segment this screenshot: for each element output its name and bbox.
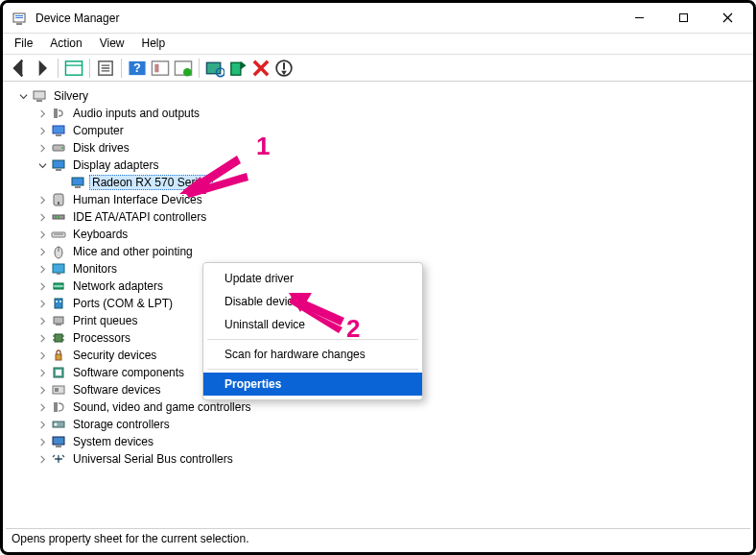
- tree-category[interactable]: Computer: [35, 122, 753, 139]
- context-menu-item[interactable]: Scan for hardware changes: [203, 343, 422, 366]
- tree-category-label: Software components: [70, 365, 187, 380]
- tree-category-label: Security devices: [70, 348, 159, 363]
- tree-category[interactable]: Mice and other pointing: [35, 243, 753, 260]
- menu-action[interactable]: Action: [48, 35, 83, 52]
- tree-root[interactable]: Silvery: [16, 87, 753, 105]
- svg-point-33: [61, 147, 63, 149]
- chevron-right-icon[interactable]: [35, 279, 49, 293]
- tree-category-label: Network adapters: [70, 278, 166, 294]
- context-menu-item[interactable]: Uninstall device: [203, 313, 422, 336]
- computer-icon: [32, 88, 47, 104]
- chevron-right-icon[interactable]: [35, 349, 49, 362]
- chevron-right-icon[interactable]: [35, 245, 49, 258]
- svg-rect-29: [54, 109, 58, 118]
- chevron-down-icon[interactable]: [35, 158, 49, 172]
- device-category-icon: [51, 434, 66, 449]
- properties-toolbar-button[interactable]: [95, 58, 116, 79]
- chevron-down-icon[interactable]: [16, 89, 30, 103]
- tree-category[interactable]: Disk drives: [35, 139, 753, 157]
- tree-category[interactable]: Audio inputs and outputs: [35, 105, 753, 122]
- svg-rect-34: [53, 160, 64, 168]
- titlebar: Device Manager: [3, 3, 753, 34]
- chevron-right-icon[interactable]: [35, 314, 49, 327]
- svg-rect-36: [72, 178, 83, 185]
- disable-button[interactable]: [273, 58, 295, 79]
- svg-rect-17: [154, 63, 158, 72]
- menu-file[interactable]: File: [12, 35, 35, 52]
- device-category-icon: [51, 348, 66, 363]
- chevron-right-icon[interactable]: [35, 262, 49, 276]
- device-category-icon: [51, 123, 66, 138]
- help-toolbar-button[interactable]: ?: [127, 58, 148, 79]
- chevron-right-icon[interactable]: [35, 141, 49, 155]
- device-category-icon: [51, 399, 66, 415]
- uninstall-button[interactable]: [250, 58, 272, 79]
- chevron-right-icon[interactable]: [35, 193, 49, 206]
- tree-category[interactable]: Sound, video and game controllers: [35, 398, 753, 416]
- minimize-button[interactable]: [617, 4, 661, 33]
- chevron-right-icon[interactable]: [35, 210, 49, 224]
- tree-category-label: Keyboards: [70, 227, 130, 242]
- device-category-icon: [51, 382, 66, 398]
- toolbar-icon-6[interactable]: [173, 58, 194, 79]
- maximize-button[interactable]: [661, 4, 705, 33]
- chevron-right-icon[interactable]: [35, 418, 49, 431]
- svg-point-41: [55, 216, 57, 218]
- tree-category[interactable]: Display adapters: [35, 157, 753, 174]
- svg-point-53: [59, 301, 61, 302]
- forward-button[interactable]: [32, 58, 53, 79]
- show-hide-console-button[interactable]: [63, 58, 84, 79]
- chevron-right-icon[interactable]: [35, 228, 49, 241]
- device-category-icon: [51, 140, 66, 156]
- svg-rect-37: [75, 186, 81, 188]
- tree-category[interactable]: Universal Serial Bus controllers: [35, 450, 753, 468]
- tree-category[interactable]: IDE ATA/ATAPI controllers: [35, 208, 753, 226]
- chevron-right-icon[interactable]: [35, 400, 49, 414]
- back-button[interactable]: [9, 58, 30, 79]
- svg-marker-26: [281, 70, 287, 74]
- tree-category[interactable]: System devices: [35, 433, 753, 450]
- context-menu-item[interactable]: Update driver: [203, 267, 422, 290]
- context-menu-separator: [207, 369, 418, 370]
- scan-hardware-button[interactable]: [204, 58, 225, 79]
- tree-category[interactable]: Storage controllers: [35, 416, 753, 433]
- chevron-right-icon[interactable]: [35, 383, 49, 397]
- close-button[interactable]: [705, 4, 749, 33]
- device-category-icon: [51, 365, 66, 380]
- tree-category-label: Universal Serial Bus controllers: [70, 451, 236, 467]
- tree-category-label: Ports (COM & LPT): [70, 296, 176, 311]
- context-menu-separator: [207, 339, 418, 340]
- tree-category-label: Computer: [70, 123, 127, 138]
- tree-category-label: IDE ATA/ATAPI controllers: [70, 209, 209, 225]
- chevron-right-icon[interactable]: [35, 297, 49, 310]
- svg-point-68: [55, 423, 58, 426]
- svg-point-71: [58, 458, 60, 461]
- svg-point-19: [183, 68, 192, 77]
- chevron-right-icon[interactable]: [35, 124, 49, 137]
- device-category-icon: [51, 451, 66, 467]
- tree-device[interactable]: Radeon RX 570 Series: [55, 174, 753, 191]
- tree-category[interactable]: Keyboards: [35, 226, 753, 243]
- svg-point-42: [58, 216, 59, 218]
- tree-category-label: Monitors: [70, 261, 120, 277]
- chevron-right-icon[interactable]: [35, 435, 49, 448]
- chevron-right-icon[interactable]: [35, 331, 49, 345]
- device-category-icon: [51, 106, 66, 121]
- add-hardware-button[interactable]: [227, 58, 248, 79]
- context-menu-item[interactable]: Properties: [203, 373, 422, 396]
- tree-category-label: System devices: [70, 434, 156, 449]
- tree-category-label: Processors: [70, 330, 133, 346]
- svg-rect-5: [679, 14, 687, 22]
- svg-rect-48: [57, 273, 60, 275]
- menu-help[interactable]: Help: [140, 35, 168, 52]
- chevron-right-icon[interactable]: [35, 452, 49, 466]
- menu-view[interactable]: View: [98, 35, 127, 52]
- context-menu-item[interactable]: Disable device: [203, 290, 422, 313]
- device-category-icon: [51, 261, 66, 277]
- chevron-right-icon[interactable]: [35, 366, 49, 379]
- device-category-icon: [51, 157, 66, 173]
- toolbar-icon-5[interactable]: [150, 58, 171, 79]
- tree-category[interactable]: Human Interface Devices: [35, 191, 753, 208]
- device-category-icon: [51, 417, 66, 432]
- chevron-right-icon[interactable]: [35, 107, 49, 120]
